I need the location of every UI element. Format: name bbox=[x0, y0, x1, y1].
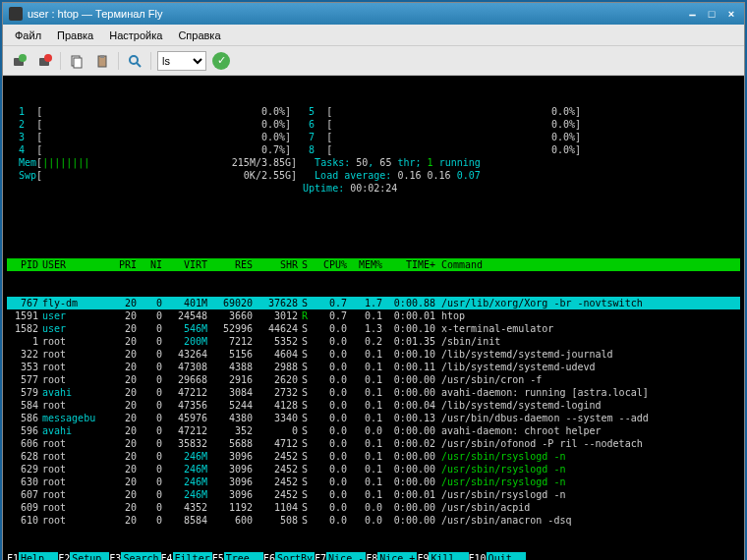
close-button[interactable]: × bbox=[724, 7, 738, 21]
window-title: user : htop — Терминал Fly bbox=[28, 8, 685, 20]
fnkey-label[interactable]: Help bbox=[19, 552, 58, 560]
fnkey-label[interactable]: Quit bbox=[487, 552, 526, 560]
fnkey-label[interactable]: Setup bbox=[70, 552, 109, 560]
copy-icon[interactable] bbox=[67, 51, 86, 71]
app-icon bbox=[9, 7, 23, 21]
fnkey-label[interactable]: Nice - bbox=[326, 552, 366, 560]
process-row[interactable]: 579avahi2004721230842732S0.00.10:00.00av… bbox=[7, 386, 740, 399]
process-row[interactable]: 628root200246M30962452S0.00.10:00.00/usr… bbox=[7, 450, 740, 463]
process-row[interactable]: 322root2004326451564604S0.00.10:00.10/li… bbox=[7, 348, 740, 361]
fnkey: F10 bbox=[469, 552, 487, 560]
svg-rect-7 bbox=[100, 55, 104, 58]
fnkey: F4 bbox=[161, 552, 173, 560]
paste-icon[interactable] bbox=[92, 51, 112, 71]
col-header[interactable]: MEM% bbox=[347, 258, 382, 271]
process-row[interactable]: 1591user2002454836603012R0.70.10:00.01ht… bbox=[7, 309, 740, 322]
col-header[interactable]: Command bbox=[441, 258, 740, 271]
col-header[interactable]: PID bbox=[7, 258, 42, 271]
menubar: Файл Правка Настройка Справка bbox=[3, 25, 744, 46]
process-row[interactable]: 577root2002966829162620S0.00.10:00.00/us… bbox=[7, 373, 740, 386]
process-row-selected[interactable]: 767fly-dm200401M6902037628S0.71.70:00.88… bbox=[7, 297, 740, 309]
menu-help[interactable]: Справка bbox=[170, 28, 228, 43]
col-header[interactable]: USER bbox=[42, 258, 111, 271]
terminal-output[interactable]: 1 [ 0.0%] 5 [ 0.0%] 2 [ 0.0%] 6 [ 0.0%] … bbox=[3, 76, 744, 560]
svg-point-1 bbox=[19, 54, 27, 62]
fnkey: F9 bbox=[417, 552, 429, 560]
svg-point-3 bbox=[44, 54, 52, 62]
fnkey: F3 bbox=[109, 552, 121, 560]
menu-edit[interactable]: Правка bbox=[49, 28, 101, 43]
command-select[interactable]: ls bbox=[157, 51, 206, 71]
process-row[interactable]: 607root200246M30962452S0.00.10:00.01/usr… bbox=[7, 488, 740, 501]
fnkey: F1 bbox=[7, 552, 19, 560]
separator bbox=[118, 52, 119, 70]
process-row[interactable]: 353root2004730843882988S0.00.10:00.11/li… bbox=[7, 361, 740, 373]
col-header[interactable]: VIRT bbox=[162, 258, 207, 271]
minimize-button[interactable]: ‒ bbox=[685, 7, 699, 21]
titlebar[interactable]: user : htop — Терминал Fly ‒ □ × bbox=[3, 3, 744, 25]
process-row[interactable]: 629root200246M30962452S0.00.10:00.00/usr… bbox=[7, 463, 740, 476]
fnkey-label[interactable]: SortBy bbox=[275, 552, 315, 560]
col-header[interactable]: S bbox=[298, 258, 312, 271]
fnkey: F7 bbox=[315, 552, 326, 560]
svg-point-8 bbox=[130, 56, 138, 64]
fnkey-label[interactable]: Search bbox=[121, 552, 160, 560]
col-header[interactable]: NI bbox=[137, 258, 162, 271]
fnkey: F8 bbox=[366, 552, 377, 560]
separator bbox=[60, 52, 61, 70]
process-row[interactable]: 606root2003583256884712S0.00.10:00.02/us… bbox=[7, 437, 740, 450]
fnkey-label[interactable]: Kill bbox=[429, 552, 468, 560]
process-row[interactable]: 1root200200M72125352S0.00.20:01.35/sbin/… bbox=[7, 335, 740, 348]
terminal-window: user : htop — Терминал Fly ‒ □ × Файл Пр… bbox=[2, 2, 745, 560]
search-icon[interactable] bbox=[125, 51, 144, 71]
process-row[interactable]: 630root200246M30962452S0.00.10:00.00/usr… bbox=[7, 476, 740, 488]
fnkey-label[interactable]: Filter bbox=[173, 552, 212, 560]
col-header[interactable]: SHR bbox=[253, 258, 298, 271]
process-row[interactable]: 609root200435211921104S0.00.00:00.00/usr… bbox=[7, 501, 740, 514]
fnkey-label[interactable]: Tree bbox=[224, 552, 263, 560]
menu-file[interactable]: Файл bbox=[7, 28, 49, 43]
process-row[interactable]: 596avahi200472123520S0.00.00:00.00avahi-… bbox=[7, 424, 740, 437]
process-row[interactable]: 1582user200546M5299644624S0.01.30:00.10x… bbox=[7, 322, 740, 335]
fnkey-label[interactable]: Nice + bbox=[377, 552, 417, 560]
menu-settings[interactable]: Настройка bbox=[101, 28, 170, 43]
col-header[interactable]: CPU% bbox=[312, 258, 347, 271]
fnkey: F2 bbox=[58, 552, 70, 560]
col-header[interactable]: RES bbox=[207, 258, 253, 271]
separator bbox=[150, 52, 151, 70]
run-check-icon[interactable]: ✓ bbox=[212, 52, 230, 70]
close-session-icon[interactable] bbox=[34, 51, 54, 71]
svg-line-9 bbox=[137, 63, 141, 67]
fnkey: F5 bbox=[212, 552, 224, 560]
process-row[interactable]: 610root2008584600508S0.00.00:00.00/usr/s… bbox=[7, 514, 740, 527]
new-session-icon[interactable] bbox=[9, 51, 29, 71]
svg-rect-5 bbox=[74, 58, 82, 68]
col-header[interactable]: PRI bbox=[111, 258, 137, 271]
col-header[interactable]: TIME+ bbox=[382, 258, 441, 271]
maximize-button[interactable]: □ bbox=[705, 7, 718, 21]
fnkey: F6 bbox=[263, 552, 275, 560]
process-row[interactable]: 586messagebu2004597643803340S0.00.10:00.… bbox=[7, 412, 740, 424]
process-row[interactable]: 584root2004735652444128S0.00.10:00.04/li… bbox=[7, 399, 740, 412]
toolbar: ls ✓ bbox=[3, 46, 744, 76]
